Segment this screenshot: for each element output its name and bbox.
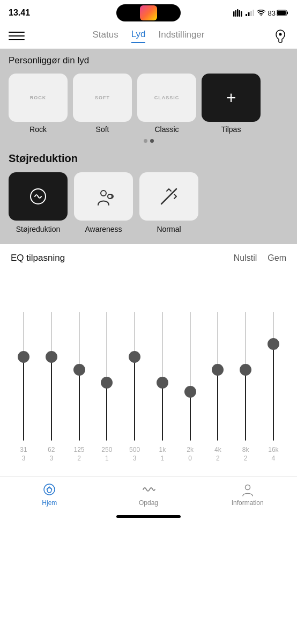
slider-thumb[interactable] — [157, 377, 168, 389]
home-indicator — [116, 515, 181, 518]
status-time: 13.41 — [9, 8, 30, 18]
preset-rock-name: Rock — [29, 125, 47, 134]
sound-bars-icon — [233, 9, 243, 17]
slider-fill-bottom — [217, 370, 218, 441]
eq-slider-16k[interactable] — [261, 312, 286, 441]
bottom-nav-opdag-label: Opdag — [139, 499, 158, 507]
eq-slider-1k[interactable] — [150, 312, 175, 441]
reset-button[interactable]: Nulstil — [234, 253, 257, 263]
slider-fill-top — [162, 312, 163, 383]
slider-fill-top — [190, 312, 191, 392]
eq-slider-500[interactable] — [122, 312, 147, 441]
noise-mode-normal[interactable]: Normal — [139, 172, 198, 233]
nav-tabs: Status Lyd Indstillinger — [93, 29, 205, 43]
slider-thumb[interactable] — [129, 351, 140, 363]
svg-rect-7 — [250, 11, 252, 16]
preset-classic-card[interactable]: CLASSIC — [137, 74, 196, 122]
bottom-nav-information[interactable]: Information — [226, 482, 269, 507]
slider-thumb[interactable] — [212, 364, 224, 376]
eq-value-labels: 3321310224 — [11, 455, 286, 467]
slider-fill-bottom — [245, 370, 246, 441]
eq-slider-31[interactable] — [11, 312, 36, 441]
upper-section: Personliggør din lyd ROCK Rock SOFT Soft… — [0, 49, 297, 244]
slider-thumb[interactable] — [73, 364, 85, 376]
battery-icon — [277, 10, 288, 16]
eq-sliders — [11, 269, 286, 441]
bottom-navigation: Hjem Opdag Information — [0, 476, 297, 511]
preset-rock-label: ROCK — [30, 95, 47, 100]
slider-thumb[interactable] — [46, 351, 57, 363]
save-button[interactable]: Gem — [268, 253, 286, 263]
tab-lyd[interactable]: Lyd — [131, 29, 146, 43]
noise-label-awareness: Awareness — [85, 225, 122, 233]
eq-value-label-31: 3 — [11, 455, 36, 462]
slider-thumb[interactable] — [268, 338, 279, 350]
preset-classic-label: CLASSIC — [154, 95, 180, 100]
slider-fill-top — [134, 312, 135, 357]
preset-soft-card[interactable]: SOFT — [73, 74, 132, 122]
slider-fill-bottom — [134, 357, 135, 441]
eq-freq-label-1k: 1k — [150, 446, 175, 453]
eq-value-label-1k: 1 — [150, 455, 175, 462]
preset-rock-card[interactable]: ROCK — [9, 74, 68, 122]
svg-point-11 — [279, 33, 281, 36]
slider-thumb[interactable] — [240, 364, 251, 376]
eq-freq-label-8k: 8k — [233, 446, 258, 453]
slider-fill-bottom — [51, 357, 52, 441]
slider-fill-top — [23, 312, 24, 357]
bottom-nav-opdag[interactable]: Opdag — [127, 482, 170, 507]
svg-point-13 — [101, 191, 106, 196]
eq-slider-2k[interactable] — [177, 312, 203, 441]
eq-slider-250[interactable] — [94, 312, 120, 441]
noise-title: Støjreduktion — [9, 152, 288, 165]
svg-point-17 — [245, 485, 250, 490]
preset-classic[interactable]: CLASSIC Classic — [137, 74, 196, 134]
slider-fill-top — [217, 312, 218, 370]
eq-value-label-4k: 2 — [205, 455, 231, 462]
tab-status[interactable]: Status — [93, 30, 118, 42]
eq-freq-label-125: 125 — [66, 446, 92, 453]
svg-rect-3 — [239, 10, 240, 17]
svg-rect-4 — [241, 11, 242, 17]
noise-card-stoejreduktion[interactable] — [9, 172, 68, 221]
menu-button[interactable] — [9, 28, 25, 44]
home-icon — [42, 482, 57, 497]
noise-reduction-icon — [27, 186, 49, 207]
noise-card-awareness[interactable] — [74, 172, 133, 221]
wifi-icon — [257, 10, 265, 16]
tab-indstillinger[interactable]: Indstillinger — [158, 30, 204, 42]
eq-freq-label-250: 250 — [94, 446, 120, 453]
slider-fill-top — [245, 312, 246, 370]
eq-value-label-500: 3 — [122, 455, 147, 462]
noise-mode-awareness[interactable]: Awareness — [74, 172, 133, 233]
dot-2 — [150, 139, 154, 143]
slider-thumb[interactable] — [184, 386, 196, 398]
slider-thumb[interactable] — [101, 377, 113, 389]
slider-fill-top — [51, 312, 52, 357]
preset-soft[interactable]: SOFT Soft — [73, 74, 132, 134]
normal-icon — [157, 185, 181, 208]
svg-point-16 — [44, 484, 55, 495]
status-bar: 13.41 83 — [0, 0, 297, 24]
eq-slider-8k[interactable] — [233, 312, 258, 441]
bottom-nav-hjem[interactable]: Hjem — [28, 482, 71, 507]
preset-tilpas-card[interactable]: + — [202, 74, 261, 122]
slider-fill-bottom — [106, 383, 107, 441]
eq-slider-125[interactable] — [66, 312, 92, 441]
noise-mode-stoejreduktion[interactable]: Støjreduktion — [9, 172, 68, 233]
lower-section: EQ tilpasning Nulstil Gem 31621252505001… — [0, 244, 297, 467]
eq-header: EQ tilpasning Nulstil Gem — [11, 253, 286, 264]
preset-tilpas[interactable]: + Tilpas — [202, 74, 261, 134]
noise-label-stoejreduktion: Støjreduktion — [16, 225, 60, 233]
svg-line-15 — [161, 189, 176, 204]
svg-rect-2 — [237, 9, 239, 17]
eq-slider-62[interactable] — [39, 312, 64, 441]
dot-1 — [144, 139, 147, 143]
eq-slider-4k[interactable] — [205, 312, 231, 441]
noise-grid: Støjreduktion Awareness — [9, 172, 288, 233]
slider-thumb[interactable] — [18, 351, 29, 363]
svg-rect-8 — [253, 10, 254, 16]
eq-freq-label-2k: 2k — [177, 446, 203, 453]
noise-card-normal[interactable] — [139, 172, 198, 221]
preset-rock[interactable]: ROCK Rock — [9, 74, 68, 134]
